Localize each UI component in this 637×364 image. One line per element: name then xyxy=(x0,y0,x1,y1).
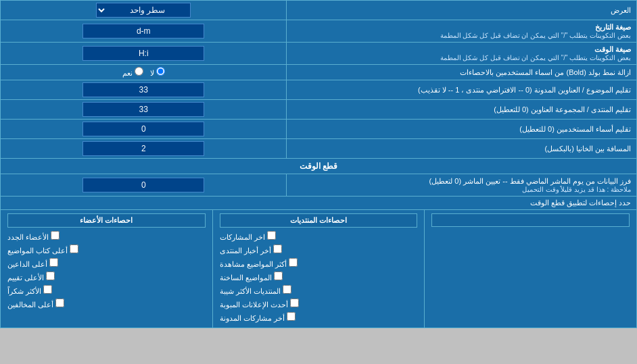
bold-no-radio[interactable] xyxy=(156,67,165,76)
no-label: لا xyxy=(150,67,165,78)
stats-extra-title xyxy=(431,213,630,227)
time-format-input[interactable] xyxy=(82,46,204,61)
bold-remove-cell: نعم لا xyxy=(1,65,287,80)
avatar-distance-label: المسافة بين الخانيا (بالبكسل) xyxy=(287,139,637,159)
cutoff-days-label: فرز البيانات من يوم الماشر الماضي فقط --… xyxy=(287,174,637,197)
time-format-label: صيغة الوقت بعض التكوينات يتطلب "/" التي … xyxy=(287,43,637,65)
date-format-cell xyxy=(1,20,287,43)
checkbox-top-rated: الأعلى تقييم xyxy=(7,270,206,284)
checkbox-latest-classified: أحدث الإعلانات المبوبة xyxy=(220,297,418,311)
checkbox-new-members: الأعضاء الجدد xyxy=(7,230,206,243)
cb-most-popular-forums[interactable] xyxy=(283,285,291,294)
yes-label: نعم xyxy=(122,67,143,78)
username-limit-input[interactable] xyxy=(82,122,204,136)
checkbox-top-inviters: أعلى الداعين xyxy=(7,257,206,270)
display-select[interactable]: سطر واحد سطرين ثلاثة أسطر xyxy=(96,3,191,18)
cb-hot-topics[interactable] xyxy=(274,271,283,280)
cb-most-viewed[interactable] xyxy=(289,258,298,267)
section-label: العرض xyxy=(287,1,637,20)
checkbox-hot-topics: المواضيع الساخنة xyxy=(220,270,418,284)
checkbox-latest-blog: أخر مشاركات المدونة xyxy=(220,311,418,324)
cb-top-rated[interactable] xyxy=(46,271,55,280)
date-format-label: صيغة التاريخ بعض التكوينات يتطلب "/" الت… xyxy=(287,20,637,43)
bold-yes-radio[interactable] xyxy=(135,67,143,76)
cutoff-days-input[interactable] xyxy=(82,178,204,192)
checkbox-most-popular-forums: المنتديات الأكثر شيبة xyxy=(220,284,418,297)
title-limit-label: تقليم الموضوع / العناوين المدونة (0 -- ا… xyxy=(287,80,637,100)
cb-top-inviters[interactable] xyxy=(49,258,58,267)
title-limit-input[interactable] xyxy=(82,82,204,97)
date-format-input[interactable] xyxy=(82,24,204,38)
stats-members-title: احصاءات الأعضاء xyxy=(7,213,206,228)
checkbox-top-violators: أعلى المخالفين xyxy=(7,297,206,311)
forum-limit-label: تقليم المنتدى / المجموعة العناوين (0 للت… xyxy=(287,100,637,120)
stats-forums-title: احصاءات المنتديات xyxy=(220,213,418,228)
cutoff-days-cell xyxy=(1,174,287,197)
cb-forum-news[interactable] xyxy=(273,244,282,253)
stats-header: حدد إحصاءات لتطبيق قطع الوقت xyxy=(1,197,637,210)
cb-most-thanked[interactable] xyxy=(43,285,52,294)
dropdown-cell: سطر واحد سطرين ثلاثة أسطر xyxy=(1,1,287,20)
cb-latest-posts[interactable] xyxy=(267,231,276,240)
header-title: العرض xyxy=(611,6,631,14)
checkbox-most-viewed: أكثر المواضيع مشاهدة xyxy=(220,257,418,270)
time-format-cell xyxy=(1,43,287,65)
cb-latest-classified[interactable] xyxy=(290,298,299,307)
avatar-distance-cell xyxy=(1,139,287,159)
forum-limit-cell xyxy=(1,100,287,120)
cb-top-violators[interactable] xyxy=(55,298,64,307)
forum-limit-input[interactable] xyxy=(82,102,204,117)
checkbox-forum-news: أخر أخبار المنتدى xyxy=(220,243,418,257)
cb-new-members[interactable] xyxy=(51,231,60,240)
checkbox-top-writers: أعلى كتاب المواضيع xyxy=(7,243,206,257)
avatar-distance-input[interactable] xyxy=(82,141,204,156)
username-limit-cell xyxy=(1,120,287,139)
username-limit-label: تقليم أسماء المستخدمين (0 للتعطيل) xyxy=(287,120,637,139)
checkbox-latest-posts: اخر المشاركات xyxy=(220,230,418,243)
title-limit-cell xyxy=(1,80,287,100)
cb-top-writers[interactable] xyxy=(70,244,78,253)
cutoff-section-header: قطع الوقت xyxy=(1,159,637,174)
bold-remove-label: ازالة نمط بولد (Bold) من اسماء المستخدمي… xyxy=(287,65,637,80)
checkbox-most-thanked: الأكثر شكراً xyxy=(7,284,206,297)
cb-latest-blog[interactable] xyxy=(287,312,296,321)
